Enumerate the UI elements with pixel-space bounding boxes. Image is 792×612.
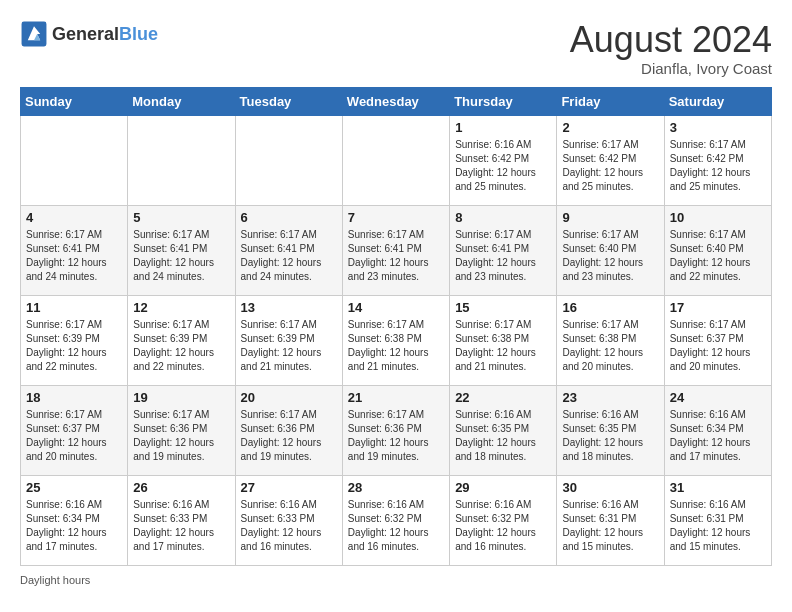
calendar-day-cell: 4Sunrise: 6:17 AM Sunset: 6:41 PM Daylig… [21,205,128,295]
day-number: 10 [670,210,766,225]
calendar-day-cell: 22Sunrise: 6:16 AM Sunset: 6:35 PM Dayli… [450,385,557,475]
day-info: Sunrise: 6:17 AM Sunset: 6:37 PM Dayligh… [26,408,122,464]
day-info: Sunrise: 6:17 AM Sunset: 6:38 PM Dayligh… [455,318,551,374]
day-info: Sunrise: 6:16 AM Sunset: 6:34 PM Dayligh… [670,408,766,464]
daylight-label: Daylight hours [20,574,90,586]
weekday-header-tuesday: Tuesday [235,87,342,115]
day-info: Sunrise: 6:16 AM Sunset: 6:42 PM Dayligh… [455,138,551,194]
day-number: 3 [670,120,766,135]
day-info: Sunrise: 6:16 AM Sunset: 6:33 PM Dayligh… [133,498,229,554]
day-number: 4 [26,210,122,225]
day-number: 27 [241,480,337,495]
title-block: August 2024 Dianfla, Ivory Coast [570,20,772,77]
day-number: 1 [455,120,551,135]
day-number: 6 [241,210,337,225]
calendar-day-cell: 20Sunrise: 6:17 AM Sunset: 6:36 PM Dayli… [235,385,342,475]
day-number: 23 [562,390,658,405]
calendar-day-cell: 24Sunrise: 6:16 AM Sunset: 6:34 PM Dayli… [664,385,771,475]
weekday-header-wednesday: Wednesday [342,87,449,115]
day-number: 2 [562,120,658,135]
location-subtitle: Dianfla, Ivory Coast [570,60,772,77]
calendar-week-row: 1Sunrise: 6:16 AM Sunset: 6:42 PM Daylig… [21,115,772,205]
day-info: Sunrise: 6:17 AM Sunset: 6:41 PM Dayligh… [241,228,337,284]
weekday-header-friday: Friday [557,87,664,115]
day-number: 17 [670,300,766,315]
logo-general: General [52,24,119,44]
day-info: Sunrise: 6:16 AM Sunset: 6:32 PM Dayligh… [455,498,551,554]
calendar-day-cell: 13Sunrise: 6:17 AM Sunset: 6:39 PM Dayli… [235,295,342,385]
calendar-day-cell: 10Sunrise: 6:17 AM Sunset: 6:40 PM Dayli… [664,205,771,295]
day-number: 12 [133,300,229,315]
day-info: Sunrise: 6:17 AM Sunset: 6:39 PM Dayligh… [133,318,229,374]
day-number: 7 [348,210,444,225]
calendar-week-row: 4Sunrise: 6:17 AM Sunset: 6:41 PM Daylig… [21,205,772,295]
day-info: Sunrise: 6:17 AM Sunset: 6:42 PM Dayligh… [670,138,766,194]
weekday-header-sunday: Sunday [21,87,128,115]
day-number: 16 [562,300,658,315]
day-info: Sunrise: 6:17 AM Sunset: 6:36 PM Dayligh… [133,408,229,464]
calendar-day-cell: 26Sunrise: 6:16 AM Sunset: 6:33 PM Dayli… [128,475,235,565]
calendar-day-cell: 14Sunrise: 6:17 AM Sunset: 6:38 PM Dayli… [342,295,449,385]
day-number: 31 [670,480,766,495]
day-info: Sunrise: 6:17 AM Sunset: 6:41 PM Dayligh… [348,228,444,284]
logo-icon [20,20,48,48]
day-info: Sunrise: 6:17 AM Sunset: 6:39 PM Dayligh… [241,318,337,374]
calendar-day-cell: 19Sunrise: 6:17 AM Sunset: 6:36 PM Dayli… [128,385,235,475]
calendar-day-cell: 27Sunrise: 6:16 AM Sunset: 6:33 PM Dayli… [235,475,342,565]
day-number: 21 [348,390,444,405]
calendar-day-cell: 7Sunrise: 6:17 AM Sunset: 6:41 PM Daylig… [342,205,449,295]
day-info: Sunrise: 6:17 AM Sunset: 6:41 PM Dayligh… [26,228,122,284]
logo-blue: Blue [119,24,158,44]
logo-text: GeneralBlue [52,24,158,45]
weekday-header-saturday: Saturday [664,87,771,115]
calendar-day-cell: 25Sunrise: 6:16 AM Sunset: 6:34 PM Dayli… [21,475,128,565]
day-number: 14 [348,300,444,315]
day-number: 9 [562,210,658,225]
calendar-day-cell: 11Sunrise: 6:17 AM Sunset: 6:39 PM Dayli… [21,295,128,385]
calendar-day-cell: 18Sunrise: 6:17 AM Sunset: 6:37 PM Dayli… [21,385,128,475]
calendar-day-cell: 23Sunrise: 6:16 AM Sunset: 6:35 PM Dayli… [557,385,664,475]
day-number: 26 [133,480,229,495]
day-info: Sunrise: 6:16 AM Sunset: 6:33 PM Dayligh… [241,498,337,554]
calendar-day-cell: 28Sunrise: 6:16 AM Sunset: 6:32 PM Dayli… [342,475,449,565]
calendar-day-cell [235,115,342,205]
day-info: Sunrise: 6:16 AM Sunset: 6:34 PM Dayligh… [26,498,122,554]
calendar-day-cell: 16Sunrise: 6:17 AM Sunset: 6:38 PM Dayli… [557,295,664,385]
calendar-day-cell: 2Sunrise: 6:17 AM Sunset: 6:42 PM Daylig… [557,115,664,205]
month-year-title: August 2024 [570,20,772,60]
calendar-day-cell: 9Sunrise: 6:17 AM Sunset: 6:40 PM Daylig… [557,205,664,295]
logo: GeneralBlue [20,20,158,48]
day-number: 15 [455,300,551,315]
calendar-day-cell: 29Sunrise: 6:16 AM Sunset: 6:32 PM Dayli… [450,475,557,565]
weekday-header-monday: Monday [128,87,235,115]
calendar-day-cell: 1Sunrise: 6:16 AM Sunset: 6:42 PM Daylig… [450,115,557,205]
day-info: Sunrise: 6:17 AM Sunset: 6:36 PM Dayligh… [348,408,444,464]
day-number: 30 [562,480,658,495]
calendar-week-row: 18Sunrise: 6:17 AM Sunset: 6:37 PM Dayli… [21,385,772,475]
day-info: Sunrise: 6:17 AM Sunset: 6:39 PM Dayligh… [26,318,122,374]
calendar-day-cell [342,115,449,205]
weekday-header-thursday: Thursday [450,87,557,115]
calendar-day-cell: 17Sunrise: 6:17 AM Sunset: 6:37 PM Dayli… [664,295,771,385]
day-info: Sunrise: 6:17 AM Sunset: 6:42 PM Dayligh… [562,138,658,194]
day-number: 24 [670,390,766,405]
day-info: Sunrise: 6:17 AM Sunset: 6:38 PM Dayligh… [562,318,658,374]
calendar-day-cell: 6Sunrise: 6:17 AM Sunset: 6:41 PM Daylig… [235,205,342,295]
day-info: Sunrise: 6:16 AM Sunset: 6:35 PM Dayligh… [455,408,551,464]
day-number: 8 [455,210,551,225]
day-number: 13 [241,300,337,315]
calendar-week-row: 25Sunrise: 6:16 AM Sunset: 6:34 PM Dayli… [21,475,772,565]
calendar-day-cell [21,115,128,205]
day-number: 25 [26,480,122,495]
day-number: 28 [348,480,444,495]
day-info: Sunrise: 6:17 AM Sunset: 6:37 PM Dayligh… [670,318,766,374]
calendar-day-cell: 30Sunrise: 6:16 AM Sunset: 6:31 PM Dayli… [557,475,664,565]
day-info: Sunrise: 6:17 AM Sunset: 6:40 PM Dayligh… [670,228,766,284]
calendar-week-row: 11Sunrise: 6:17 AM Sunset: 6:39 PM Dayli… [21,295,772,385]
day-info: Sunrise: 6:17 AM Sunset: 6:40 PM Dayligh… [562,228,658,284]
calendar-table: SundayMondayTuesdayWednesdayThursdayFrid… [20,87,772,566]
calendar-day-cell: 3Sunrise: 6:17 AM Sunset: 6:42 PM Daylig… [664,115,771,205]
day-number: 11 [26,300,122,315]
calendar-day-cell: 12Sunrise: 6:17 AM Sunset: 6:39 PM Dayli… [128,295,235,385]
calendar-day-cell: 8Sunrise: 6:17 AM Sunset: 6:41 PM Daylig… [450,205,557,295]
